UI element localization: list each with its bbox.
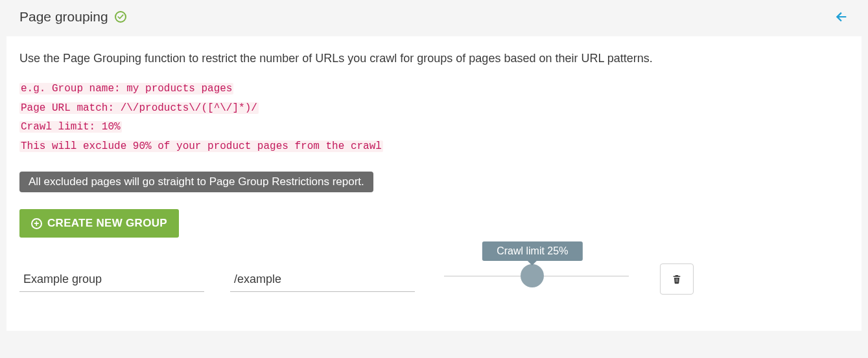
content-panel: Use the Page Grouping function to restri… [6,36,862,331]
group-name-input[interactable] [19,269,204,292]
example-line: Page URL match: /\/products\/([^\/]*)/ [19,102,259,114]
intro-text: Use the Page Grouping function to restri… [19,52,849,65]
example-line: e.g. Group name: my products pages [19,83,233,95]
trash-icon [672,273,682,285]
plus-circle-icon: + [31,218,42,229]
group-row: Crawl limit 25% [19,260,849,292]
example-line: This will exclude 90% of your product pa… [19,140,383,152]
back-arrow-icon[interactable] [834,10,849,24]
check-circle-icon [115,11,126,23]
panel-header: Page grouping [0,0,868,36]
page-title: Page grouping [19,9,108,25]
restrictions-note: All excluded pages will go straight to P… [19,172,373,192]
delete-group-button[interactable] [660,263,694,295]
create-group-label: CREATE NEW GROUP [47,217,167,230]
create-group-button[interactable]: + CREATE NEW GROUP [19,209,179,238]
crawl-limit-slider[interactable]: Crawl limit 25% [444,260,629,292]
example-line: Crawl limit: 10% [19,121,122,133]
example-code: e.g. Group name: my products pages Page … [19,80,849,156]
url-match-input[interactable] [230,269,415,292]
slider-tooltip-label: Crawl limit 25% [497,245,568,256]
slider-thumb[interactable] [521,264,544,287]
slider-tooltip: Crawl limit 25% [482,241,582,261]
